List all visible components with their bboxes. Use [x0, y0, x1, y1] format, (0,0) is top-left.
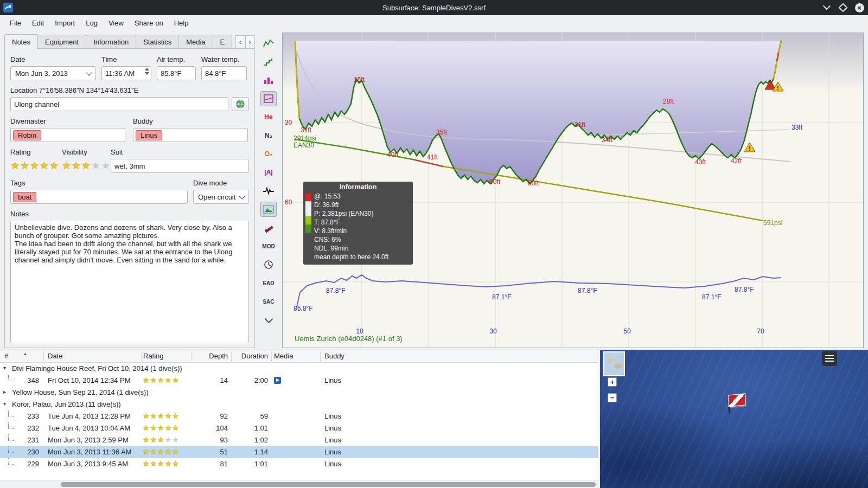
visibility-stars[interactable]: ★★★★★ [62, 160, 111, 171]
dive-row[interactable]: 231 Mon Jun 3, 2013 2:59 PM ★★★★★ 93 1:0… [0, 434, 598, 446]
menu-help[interactable]: Help [169, 17, 194, 29]
depth-label: 15ft [354, 76, 365, 84]
ndl-icon[interactable] [260, 257, 277, 272]
buddy-tag[interactable]: Linus [136, 130, 162, 140]
ead-icon[interactable]: EAD [260, 275, 277, 291]
tags-field[interactable]: boat [10, 190, 188, 204]
dive-number: 232 [15, 424, 39, 432]
divemaster-tag[interactable]: Robin [13, 130, 41, 140]
rating-label: Rating [10, 148, 62, 156]
depth-label: 43ft [695, 158, 706, 166]
close-button[interactable]: × [854, 2, 865, 13]
collapse-icon[interactable]: ▾ [3, 401, 6, 407]
menu-edit[interactable]: Edit [27, 17, 49, 29]
dive-row[interactable]: 233 Tue Jun 4, 2013 12:28 PM ★★★★★ 92 59… [0, 410, 598, 422]
menu-file[interactable]: File [4, 17, 27, 29]
info-color-strip [305, 194, 311, 233]
divemaster-field[interactable]: Robin [10, 128, 125, 142]
menu-view[interactable]: View [103, 17, 129, 29]
header-number[interactable]: # [4, 352, 8, 360]
trip-row[interactable]: ▾ Divi Flamingo House Reef, Fri Oct 10, … [0, 363, 598, 375]
buddy-label: Buddy [133, 117, 248, 125]
zoom-in-button[interactable]: + [608, 377, 617, 387]
menu-log[interactable]: Log [80, 17, 103, 29]
header-rating[interactable]: Rating [143, 352, 164, 360]
tab-equipment[interactable]: Equipment [37, 35, 86, 49]
media-icon[interactable] [274, 377, 281, 384]
suit-input[interactable] [111, 159, 249, 173]
water-temp-input[interactable] [201, 66, 247, 80]
overview-minimap[interactable] [603, 351, 625, 376]
dive-mode-combobox[interactable]: Open circuit [193, 190, 249, 204]
menu-share-on[interactable]: Share on [129, 17, 169, 29]
date-combobox[interactable]: Mon Jun 3, 2013 [10, 66, 96, 80]
spin-up-icon[interactable] [145, 68, 149, 70]
tab-scroll-right-button[interactable]: › [245, 35, 255, 49]
dive-row[interactable]: 232 Tue Jun 4, 2013 10:04 AM ★★★★★ 104 1… [0, 422, 598, 434]
header-depth[interactable]: Depth [193, 352, 228, 360]
trip-row[interactable]: ▾ Koror, Palau, Jun 2013 (11 dive(s)) [0, 399, 598, 410]
depth-label: 50ft [528, 179, 539, 187]
po2-graph-icon[interactable]: |A| [260, 165, 277, 180]
scrollbar-handle[interactable] [61, 482, 596, 487]
maximize-button[interactable] [838, 2, 848, 13]
minimize-button[interactable] [821, 2, 832, 13]
tag-boat[interactable]: boat [13, 192, 36, 202]
dive-rating-stars: ★★★★★ [143, 436, 180, 444]
date-label: Date [10, 55, 96, 63]
depth-axis-tick: 30 [285, 119, 292, 126]
dive-row-selected[interactable]: 230 Mon Jun 3, 2013 11:36 AM ★★★★★ 51 1:… [0, 446, 598, 458]
trip-row[interactable]: ▸ Yellow House, Sun Sep 21, 2014 (1 dive… [0, 387, 598, 399]
dive-rating-stars: ★★★★★ [143, 412, 180, 420]
increment-ceiling-icon[interactable] [260, 54, 277, 69]
header-media[interactable]: Media [274, 352, 293, 360]
notes-textarea[interactable]: Unbelievable dive. Dozens and dozens of … [10, 221, 249, 343]
zoom-out-button[interactable]: − [608, 393, 617, 402]
sac-icon[interactable]: SAC [260, 294, 277, 309]
tab-media[interactable]: Media [178, 35, 213, 49]
rating-stars[interactable]: ★★★★★ [10, 160, 62, 171]
expand-icon[interactable]: ▸ [3, 389, 6, 395]
dive-row[interactable]: 229 Mon Jun 3, 2013 9:45 AM ★★★★★ 81 1:0… [0, 458, 598, 470]
trip-label: Divi Flamingo House Reef, Fri Oct 10, 20… [12, 364, 182, 373]
menu-import[interactable]: Import [49, 17, 80, 29]
he-graph-icon[interactable]: He [260, 110, 277, 125]
dc-ceiling-icon[interactable] [260, 36, 277, 51]
location-input[interactable] [10, 97, 228, 111]
dive-flag-marker[interactable] [724, 392, 750, 416]
dive-list-header[interactable]: # ▴ Date Rating Depth Duration Media Bud… [0, 350, 598, 363]
tab-notes[interactable]: Notes [4, 34, 38, 49]
map-menu-button[interactable] [822, 351, 837, 366]
calc-ceiling-icon[interactable] [260, 73, 277, 88]
collapse-icon[interactable]: ▾ [3, 365, 6, 371]
dive-rating-stars: ★★★★★ [143, 376, 180, 384]
header-duration[interactable]: Duration [233, 352, 268, 360]
photos-icon[interactable] [260, 202, 277, 217]
n2-graph-icon[interactable]: N₂ [260, 128, 277, 143]
spin-down-icon[interactable] [145, 72, 149, 75]
header-buddy[interactable]: Buddy [324, 352, 344, 360]
tab-extra[interactable]: E [213, 35, 233, 49]
buddy-field[interactable]: Linus [133, 128, 248, 142]
depth-label: 31ft [301, 126, 311, 134]
temp-label: 85.8°F [293, 305, 312, 312]
time-input[interactable] [101, 66, 151, 80]
mod-icon[interactable]: MOD [260, 239, 277, 254]
tab-statistics[interactable]: Statistics [136, 35, 179, 49]
heart-rate-icon[interactable] [260, 183, 277, 198]
dive-site-map[interactable]: + − [600, 350, 868, 488]
tab-scroll-left-button[interactable]: ‹ [235, 35, 245, 49]
header-date[interactable]: Date [48, 352, 62, 360]
dive-buddy: Linus [324, 412, 341, 420]
tab-information[interactable]: Information [86, 35, 136, 49]
dive-profile-chart[interactable]: ! ! 30 60 31ft 2914psi EAN30 15ft 40ft 4… [282, 33, 864, 348]
dive-mode-label: Dive mode [193, 179, 249, 187]
tissues-icon[interactable] [260, 91, 277, 106]
ruler-icon[interactable] [260, 220, 277, 235]
map-location-button[interactable] [232, 97, 249, 111]
o2-graph-icon[interactable]: O₂ [260, 146, 277, 162]
horizontal-scrollbar[interactable] [0, 480, 598, 488]
toolbar-scroll-down-button[interactable] [260, 312, 277, 328]
dive-row[interactable]: 348 Fri Oct 10, 2014 12:34 PM ★★★★★ 14 2… [0, 375, 598, 387]
air-temp-input[interactable] [157, 66, 196, 80]
